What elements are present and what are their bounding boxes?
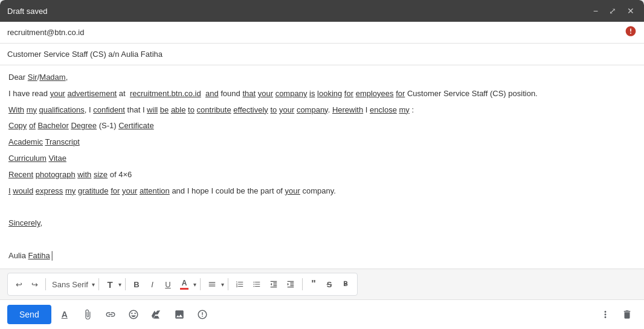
title-bar: Draft saved − ⤢ ✕: [0, 0, 644, 22]
separator1: [45, 278, 46, 290]
separator2: [98, 278, 99, 290]
indent-less-button[interactable]: [266, 276, 282, 293]
numbered-list-button[interactable]: [232, 276, 248, 293]
indent-more-button[interactable]: [283, 276, 298, 293]
maximize-button[interactable]: ⤢: [607, 5, 619, 16]
body-line2: With my qualifications, I confident that…: [8, 104, 636, 117]
undo-button[interactable]: ↩: [11, 276, 26, 293]
spam-icon: [625, 25, 637, 40]
email-body[interactable]: Dear Sir/Madam, I have read your adverti…: [0, 65, 644, 269]
font-size-button[interactable]: T: [103, 276, 117, 293]
subject-text: Customer Service Staff (CS) a/n Aulia Fa…: [7, 50, 163, 59]
dear-text: Dear Sir/Madam,: [8, 73, 68, 82]
strikethrough-button[interactable]: S: [322, 276, 336, 293]
underline-button[interactable]: U: [161, 276, 175, 293]
align-button[interactable]: [204, 276, 220, 293]
bold-button[interactable]: B: [129, 276, 144, 293]
body-line1: I have read your advertisement at recrui…: [8, 88, 636, 100]
toolbar-area: ↩ ↪ Sans Serif ▾ T ▾ B I U A ▾: [0, 269, 644, 299]
name-line: Aulia Fatiha│: [8, 250, 636, 262]
italic-button[interactable]: I: [145, 276, 159, 293]
greeting-line: Dear Sir/Madam,: [8, 71, 636, 84]
attach-line4: Recent photograph with size of 4×6: [8, 169, 636, 181]
subject-field: Customer Service Staff (CS) a/n Aulia Fa…: [0, 44, 644, 65]
title-bar-controls: − ⤢ ✕: [591, 5, 637, 16]
font-dropdown-icon: ▾: [92, 281, 95, 288]
attach-line1: Copy of Bachelor Degree (S-1) Certificat…: [8, 120, 636, 132]
font-name-label: Sans Serif: [50, 280, 91, 289]
remove-format-button[interactable]: [338, 276, 353, 293]
closing-line: I would express my gratitude for your at…: [8, 185, 636, 198]
kebab-menu-button[interactable]: [596, 305, 615, 324]
formatting-toolbar: ↩ ↪ Sans Serif ▾ T ▾ B I U A ▾: [7, 273, 358, 296]
separator6: [302, 278, 303, 290]
attach-line3: Curriculum Vitae: [8, 152, 636, 165]
to-field: recruitment@btn.co.id: [0, 22, 644, 44]
font-size-dropdown-icon: ▾: [118, 281, 121, 288]
close-button[interactable]: ✕: [625, 5, 637, 16]
window-title: Draft saved: [7, 7, 47, 16]
format-text-button[interactable]: A: [55, 305, 74, 324]
font-selector[interactable]: Sans Serif ▾: [50, 280, 95, 289]
more-options-button[interactable]: [193, 305, 212, 324]
delete-button[interactable]: [617, 305, 637, 324]
emoji-button[interactable]: [124, 305, 143, 324]
send-button[interactable]: Send: [7, 305, 51, 324]
font-color-dropdown-icon: ▾: [193, 281, 196, 288]
separator3: [125, 278, 126, 290]
to-address: recruitment@btn.co.id: [7, 28, 84, 37]
quote-button[interactable]: ": [306, 276, 321, 293]
compose-window: Draft saved − ⤢ ✕ recruitment@btn.co.id …: [0, 0, 644, 329]
separator4: [200, 278, 201, 290]
bottom-bar: Send A: [0, 299, 644, 329]
bulleted-list-button[interactable]: [249, 276, 265, 293]
photo-button[interactable]: [170, 305, 189, 324]
link-button[interactable]: [101, 305, 120, 324]
attach-button[interactable]: [78, 305, 97, 324]
separator5: [228, 278, 228, 290]
empty-line: [8, 201, 636, 213]
bottom-left-controls: Send A: [7, 305, 212, 324]
align-dropdown-icon: ▾: [221, 281, 224, 288]
drive-button[interactable]: [147, 305, 166, 324]
minimize-button[interactable]: −: [591, 5, 601, 16]
attach-line2: Academic Transcript: [8, 136, 636, 149]
empty-line2: [8, 233, 636, 246]
font-color-button[interactable]: A: [176, 276, 192, 293]
bottom-right-controls: [596, 305, 637, 324]
redo-button[interactable]: ↪: [27, 276, 42, 293]
sincerely-line: Sincerely,: [8, 217, 636, 230]
